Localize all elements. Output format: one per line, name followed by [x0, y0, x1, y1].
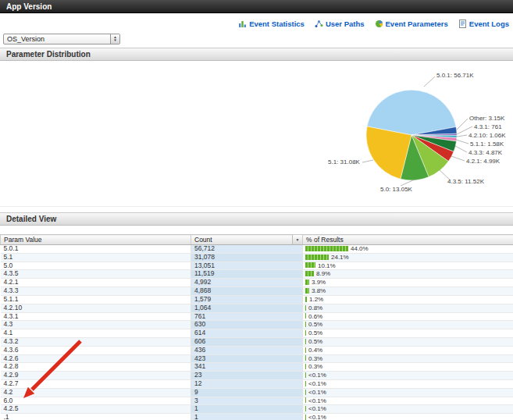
pie-label: 4.3.3: 4.87K: [468, 149, 502, 156]
table-row[interactable]: 4.36300.5%: [1, 321, 513, 329]
nav-link-event-parameters[interactable]: Event Parameters: [375, 20, 448, 28]
param-value-cell: 4.2.9: [1, 372, 191, 380]
percent-cell: <0.1%: [303, 372, 513, 380]
percent-bar: [305, 355, 306, 361]
logs-icon: [458, 20, 467, 28]
count-cell: 13,051: [191, 262, 303, 270]
percent-cell: <0.1%: [303, 388, 513, 397]
percent-label: 0.6%: [308, 313, 322, 320]
parameter-select[interactable]: OS_Version ▲ ▼: [3, 34, 120, 44]
param-value-cell: 4.2.6: [1, 354, 191, 363]
percent-bar: [305, 313, 306, 319]
table-row[interactable]: 4.3.34,8683.8%: [1, 287, 513, 296]
table-row[interactable]: 4.3.511,5198.9%: [1, 270, 513, 279]
percent-bar: [305, 254, 329, 260]
percent-cell: 3.9%: [303, 279, 513, 287]
detailed-table-body: 5.0.156,71244.0%5.131,07824.1%5.013,0511…: [1, 245, 513, 420]
percent-label: 3.8%: [312, 287, 326, 294]
table-row[interactable]: 6.03<0.1%: [1, 397, 513, 405]
pie-label: 4.3.5: 11.52K: [447, 178, 484, 185]
table-row[interactable]: 4.2.64230.3%: [1, 354, 513, 363]
pie-label: 5.0.1: 56.71K: [436, 72, 474, 79]
percent-cell: 0.3%: [303, 354, 513, 363]
count-cell: 436: [191, 346, 303, 354]
percent-bar: [305, 390, 306, 395]
percent-cell: <0.1%: [303, 405, 513, 414]
percent-cell: 1.2%: [303, 295, 513, 304]
percent-bar: [305, 330, 306, 336]
pie-label: 5.1.1: 1.58K: [470, 141, 504, 148]
table-row[interactable]: 4.29<0.1%: [1, 388, 513, 397]
param-value-cell: 4.2.8: [1, 363, 191, 372]
percent-cell: 0.6%: [303, 312, 513, 321]
percent-cell: 24.1%: [303, 253, 513, 262]
column-header-param-value[interactable]: Param Value: [1, 235, 191, 245]
count-cell: 12: [191, 380, 303, 389]
table-row[interactable]: 5.0.156,71244.0%: [1, 245, 513, 254]
percent-bar: [305, 347, 306, 353]
percent-cell: 44.0%: [303, 245, 513, 254]
table-row[interactable]: 4.3.26060.5%: [1, 337, 513, 346]
pie-label: 4.2.10: 1.06K: [468, 132, 506, 139]
param-value-cell: 4.2.5: [1, 405, 191, 414]
percent-bar: [305, 372, 306, 378]
table-row[interactable]: 4.16140.5%: [1, 329, 513, 338]
param-value-cell: 4.3: [1, 321, 191, 329]
table-row[interactable]: 5.131,07824.1%: [1, 253, 513, 262]
column-header-count[interactable]: Count ▼: [191, 235, 303, 245]
table-row[interactable]: 4.2.14,9923.9%: [1, 279, 513, 287]
count-cell: 1: [191, 414, 303, 420]
param-value-cell: 4.2.1: [1, 279, 191, 287]
param-value-cell: 5.0: [1, 262, 191, 270]
percent-bar: [305, 297, 307, 302]
percent-label: 3.9%: [312, 279, 326, 286]
table-row[interactable]: 4.2.101,0640.8%: [1, 304, 513, 312]
percent-cell: 0.5%: [303, 329, 513, 338]
percent-bar: [305, 262, 315, 268]
percent-label: 0.5%: [308, 338, 322, 345]
nav-link-event-statistics[interactable]: Event Statistics: [238, 20, 305, 28]
param-value-cell: .1: [1, 414, 191, 420]
table-row[interactable]: 4.2.83410.3%: [1, 363, 513, 372]
table-row[interactable]: 5.1.11,5791.2%: [1, 295, 513, 304]
percent-label: <0.1%: [308, 397, 326, 404]
sort-dropdown-icon[interactable]: ▼: [292, 235, 302, 244]
param-value-cell: 4.3.6: [1, 346, 191, 354]
nav-link-event-logs[interactable]: Event Logs: [458, 20, 509, 28]
select-stepper-icon[interactable]: ▲ ▼: [110, 34, 119, 44]
param-value-cell: 4.2: [1, 388, 191, 397]
nav-link-user-paths[interactable]: User Paths: [315, 20, 365, 28]
toolbar: Event Statistics User Paths Event Parame…: [0, 13, 513, 48]
param-value-cell: 5.0.1: [1, 245, 191, 254]
table-row[interactable]: 4.2.923<0.1%: [1, 372, 513, 380]
percent-label: <0.1%: [308, 414, 326, 420]
table-row[interactable]: 4.3.17610.6%: [1, 312, 513, 321]
table-row[interactable]: .11<0.1%: [1, 414, 513, 420]
percent-bar: [305, 406, 306, 411]
percent-cell: 0.5%: [303, 337, 513, 346]
count-cell: 9: [191, 388, 303, 397]
table-row[interactable]: 5.013,05110.1%: [1, 262, 513, 270]
percent-bar: [305, 364, 306, 369]
count-cell: 11,519: [191, 270, 303, 279]
pie-slice-5.0.1[interactable]: [367, 90, 456, 135]
table-row[interactable]: 4.2.51<0.1%: [1, 405, 513, 414]
percent-label: 44.0%: [351, 245, 369, 252]
pie-label: 4.2.1: 4.99K: [466, 158, 500, 165]
percent-cell: 0.4%: [303, 346, 513, 354]
param-value-cell: 4.3.1: [1, 312, 191, 321]
percent-cell: 3.8%: [303, 287, 513, 296]
percent-cell: 0.3%: [303, 363, 513, 372]
table-row[interactable]: 4.2.712<0.1%: [1, 380, 513, 389]
percent-bar: [305, 271, 314, 276]
percent-label: 0.3%: [308, 363, 322, 370]
percent-cell: 0.8%: [303, 304, 513, 312]
percent-label: <0.1%: [308, 389, 326, 396]
count-cell: 1,064: [191, 304, 303, 312]
column-header-percent-of-results[interactable]: % of Results: [303, 235, 513, 245]
table-row[interactable]: 4.3.64360.4%: [1, 346, 513, 354]
bar-chart-icon: [238, 20, 247, 28]
pie-label: 4.3.1: 761: [474, 123, 502, 130]
percent-cell: <0.1%: [303, 414, 513, 420]
percent-bar: [305, 305, 306, 311]
